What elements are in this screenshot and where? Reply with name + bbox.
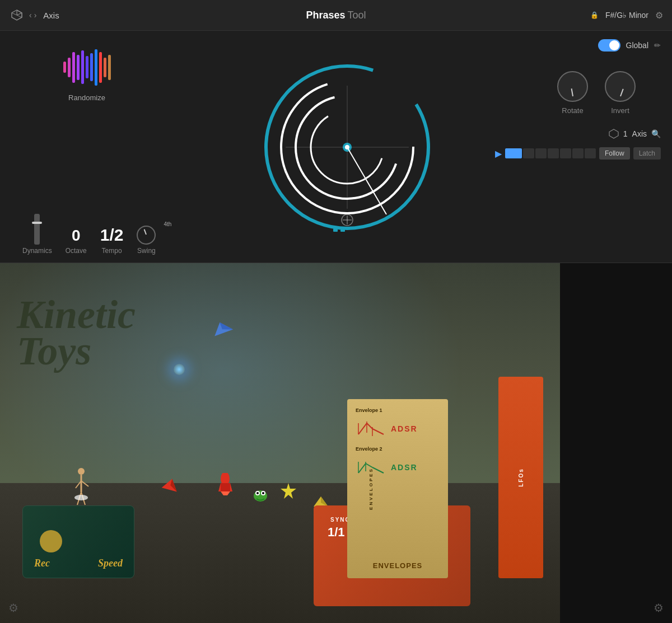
rotate-knob[interactable] [557, 71, 588, 102]
axis-row: 1 Axis 🔍 [532, 129, 661, 139]
swing-control: 4th Swing [137, 226, 156, 255]
key-display[interactable]: F#/G♭ Minor [605, 11, 648, 20]
axis-number: 1 [623, 129, 628, 138]
center-section [168, 31, 526, 263]
svg-point-27 [74, 495, 88, 500]
svg-marker-34 [221, 491, 230, 495]
rotate-indicator [571, 88, 573, 96]
dynamics-label: Dynamics [22, 247, 52, 255]
svg-point-21 [78, 468, 85, 475]
waveform-bar [104, 58, 106, 77]
invert-knob[interactable] [605, 71, 636, 102]
circular-visualizer [258, 58, 437, 237]
adsr1-label: ADSR [391, 424, 418, 433]
follow-button[interactable]: Follow [599, 147, 630, 160]
randomize-label: Randomize [68, 93, 105, 102]
svg-marker-18 [609, 129, 618, 138]
waveform-bars[interactable] [63, 48, 111, 87]
controls-row: Dynamics 0 Octave 1/2 Tempo 4th [17, 214, 157, 255]
waveform-bar [90, 53, 93, 81]
waveform-bar [108, 55, 111, 80]
rotate-label: Rotate [562, 106, 583, 115]
rec-label: Rec [34, 558, 50, 569]
search-icon[interactable]: 🔍 [651, 129, 661, 138]
randomize-area: Randomize [63, 48, 111, 102]
tempo-control: 1/2 Tempo [100, 226, 124, 255]
octave-label: Octave [66, 247, 87, 255]
envelopes-title: ENVELOPES [356, 561, 440, 570]
settings-gear-icon[interactable]: ⚙ [655, 10, 663, 21]
header-bar: ‹ › Axis Phrases Tool 🔒 F#/G♭ Minor ⚙ [0, 0, 672, 31]
waveform-bar [77, 55, 80, 80]
svg-line-48 [358, 423, 367, 434]
instrument-title: Axis [43, 11, 59, 20]
left-section: Randomize Dynamics 0 Octave 1/2 Tempo [0, 31, 168, 263]
envelope1-title: Envelope 1 [356, 407, 440, 413]
svg-line-50 [372, 429, 384, 434]
waveform-bar [81, 50, 84, 84]
svg-rect-17 [340, 228, 345, 232]
bottom-gear-left-icon[interactable]: ⚙ [8, 601, 18, 615]
top-panel: ‹ › Axis Phrases Tool 🔒 F#/G♭ Minor ⚙ Ra… [0, 0, 672, 263]
svg-marker-32 [218, 483, 221, 491]
rocket-object [218, 473, 232, 500]
transport-segment[interactable] [585, 148, 596, 158]
app-tool: Tool [348, 10, 366, 21]
app-name: Phrases [306, 10, 345, 21]
transport-segment[interactable] [535, 148, 547, 158]
global-label: Global [626, 41, 648, 50]
lock-icon: 🔒 [590, 11, 599, 19]
rotate-knob-container: Rotate [557, 71, 588, 115]
main-content: Randomize Dynamics 0 Octave 1/2 Tempo [0, 31, 672, 263]
green-box: Rec Speed [22, 505, 134, 578]
sync-value: 1/1 [328, 525, 345, 540]
lfos-book: LFOs [498, 377, 543, 578]
swing-indicator [144, 229, 147, 235]
axis-name-label: Axis [632, 129, 647, 138]
transport-segment[interactable] [560, 148, 571, 158]
svg-line-54 [358, 463, 366, 473]
invert-label: Invert [611, 106, 629, 115]
waveform-bar [72, 52, 75, 83]
scene-image: Kinetic Toys Rec [0, 263, 560, 623]
svg-line-24 [81, 481, 88, 486]
svg-marker-28 [162, 477, 180, 492]
dynamics-thumb [32, 222, 42, 224]
svg-point-63 [262, 492, 264, 494]
svg-rect-16 [333, 228, 338, 232]
kinetic-line2: Toys [17, 333, 136, 369]
global-row: Global ✏ [532, 39, 661, 51]
envelope2-title: Envelope 2 [356, 446, 440, 452]
svg-line-55 [366, 463, 372, 467]
right-section: Global ✏ Rotate Invert [526, 31, 672, 263]
nav-back-button[interactable]: ‹ [29, 11, 32, 20]
transport-segment[interactable] [572, 148, 584, 158]
octave-value[interactable]: 0 [72, 227, 81, 245]
nav-forward-button[interactable]: › [34, 11, 37, 20]
envelopes-book: Envelope 1 ADSR Envelope 2 [347, 399, 448, 578]
svg-line-10 [347, 147, 386, 214]
bottom-panel: Kinetic Toys Rec [0, 263, 672, 623]
latch-button[interactable]: Latch [633, 147, 661, 160]
invert-knob-container: Invert [605, 71, 636, 115]
tempo-value[interactable]: 1/2 [100, 226, 124, 245]
waveform-bar [63, 62, 66, 73]
green-creature [252, 488, 269, 505]
cube-icon[interactable] [9, 7, 25, 23]
right-dark-panel [560, 263, 672, 623]
svg-marker-2 [17, 13, 22, 17]
edit-icon[interactable]: ✏ [654, 41, 661, 50]
swing-knob[interactable] [137, 226, 156, 245]
dynamics-slider[interactable] [34, 214, 40, 245]
svg-line-49 [367, 423, 372, 429]
global-toggle[interactable] [598, 39, 620, 51]
header-right: 🔒 F#/G♭ Minor ⚙ [590, 10, 663, 21]
tempo-label: Tempo [102, 247, 122, 255]
transport-row: ▶ Follow Latch [532, 147, 661, 160]
transport-segment[interactable] [548, 148, 559, 158]
lfos-label: LFOs [518, 468, 524, 487]
bottom-gear-right-icon[interactable]: ⚙ [654, 601, 664, 615]
app-title-center: Phrases Tool [306, 10, 366, 21]
swing-label: Swing [137, 247, 156, 255]
adsr2-label: ADSR [391, 463, 418, 472]
